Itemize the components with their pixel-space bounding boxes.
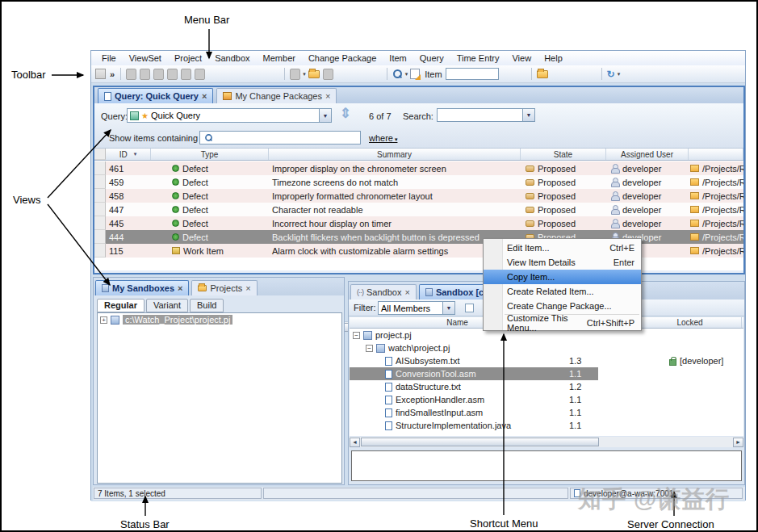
toolbar-overflow-chevron-icon[interactable] bbox=[110, 69, 115, 79]
column-type[interactable]: Type bbox=[151, 149, 269, 160]
menu-item-customize-this-menu[interactable]: Customize This Menu... Ctrl+Shift+P bbox=[484, 316, 641, 330]
table-row-115[interactable]: 115 Work Item Alarm clock with customiza… bbox=[94, 244, 743, 258]
tree-row-file-selected[interactable]: ConversionTool.asm 1.1 bbox=[350, 367, 743, 380]
member-action-icon-2[interactable] bbox=[323, 69, 333, 80]
menu-item-view-item-details[interactable]: View Item Details Enter bbox=[484, 255, 641, 270]
table-row-458[interactable]: 458 Defect Improperly formatted chronome… bbox=[94, 189, 743, 203]
chevron-down-icon[interactable] bbox=[618, 71, 621, 77]
subtab-regular[interactable]: Regular bbox=[97, 299, 144, 312]
tree-node: findSmallestInput.asm bbox=[350, 408, 483, 417]
scrollbar-thumb[interactable] bbox=[361, 438, 599, 446]
document-icon-2[interactable] bbox=[140, 69, 150, 80]
menu-change-package[interactable]: Change Package bbox=[303, 52, 382, 65]
column-assigned-user[interactable]: Assigned User bbox=[606, 149, 689, 160]
item-id-input[interactable] bbox=[446, 68, 499, 80]
subtab-variant[interactable]: Variant bbox=[146, 299, 188, 312]
tab-close-icon[interactable] bbox=[178, 283, 182, 293]
menu-item-create-change-package[interactable]: Create Change Package... bbox=[484, 299, 641, 313]
tree-row-file[interactable]: ExceptionHandler.asm 1.1 bbox=[350, 393, 743, 406]
column-project[interactable] bbox=[689, 149, 743, 160]
scroll-right-icon[interactable] bbox=[733, 438, 743, 447]
open-project-icon[interactable] bbox=[308, 70, 320, 78]
member-action-icon[interactable] bbox=[290, 69, 300, 80]
edit-item-icon[interactable] bbox=[410, 69, 420, 79]
query-combobox[interactable]: Quick Query bbox=[127, 108, 332, 123]
filter-checkbox[interactable] bbox=[465, 304, 474, 312]
collapse-icon[interactable]: − bbox=[366, 345, 373, 352]
subtab-build[interactable]: Build bbox=[190, 299, 224, 312]
resize-arrows-icon[interactable] bbox=[340, 105, 351, 122]
menu-view[interactable]: View bbox=[506, 52, 537, 65]
menu-member[interactable]: Member bbox=[258, 52, 301, 65]
chevron-down-icon[interactable] bbox=[303, 71, 306, 77]
tab-my-sandboxes[interactable]: My Sandboxes bbox=[95, 280, 189, 295]
column-state[interactable]: State bbox=[521, 149, 606, 160]
menu-help[interactable]: Help bbox=[538, 52, 568, 65]
scroll-left-icon[interactable] bbox=[350, 438, 360, 447]
collapse-icon[interactable]: − bbox=[353, 332, 360, 339]
tree-row-file[interactable]: AISubsystem.txt 1.3 [developer] bbox=[350, 354, 743, 367]
project-icon bbox=[376, 344, 385, 353]
document-icon-3[interactable] bbox=[153, 69, 164, 80]
tab-close-icon[interactable] bbox=[325, 91, 330, 101]
contains-input[interactable] bbox=[199, 131, 361, 145]
document-icon-6[interactable] bbox=[195, 69, 205, 80]
table-row-445[interactable]: 445 Defect Incorrect hour display on tim… bbox=[94, 216, 743, 230]
tree-row-file[interactable]: findSmallestInput.asm 1.1 bbox=[350, 406, 743, 419]
table-row-447[interactable]: 447 Defect Character not readable Propos… bbox=[94, 203, 743, 216]
dropdown-button[interactable] bbox=[319, 109, 331, 122]
menu-item-create-related-item[interactable]: Create Related Item... bbox=[484, 284, 641, 299]
menu-viewset[interactable]: ViewSet bbox=[124, 52, 167, 65]
tree-row-file[interactable]: StructureImplementation.java 1.1 bbox=[350, 419, 743, 432]
row-handle[interactable] bbox=[94, 244, 106, 258]
table-row-444-selected[interactable]: 444 Defect Backlight flickers when backl… bbox=[94, 230, 743, 244]
chevron-down-icon[interactable] bbox=[405, 71, 408, 77]
menu-item-copy-item[interactable]: Copy Item... bbox=[484, 270, 641, 284]
dropdown-button[interactable] bbox=[442, 302, 454, 314]
refresh-icon[interactable] bbox=[607, 69, 615, 80]
tab-close-icon[interactable] bbox=[202, 91, 207, 101]
detail-horizontal-scrollbar[interactable] bbox=[350, 437, 743, 447]
create-sandbox-icon[interactable] bbox=[537, 70, 548, 78]
row-handle[interactable] bbox=[94, 161, 106, 175]
row-handle[interactable] bbox=[94, 203, 106, 216]
tab-close-icon[interactable] bbox=[245, 283, 250, 293]
expand-icon[interactable]: + bbox=[100, 316, 107, 324]
user-label: developer bbox=[622, 219, 661, 228]
column-id[interactable]: ID bbox=[106, 149, 151, 160]
document-icon-5[interactable] bbox=[181, 69, 191, 80]
row-handle[interactable] bbox=[94, 189, 106, 203]
viewset-switcher-icon[interactable] bbox=[95, 69, 106, 79]
row-handle[interactable] bbox=[94, 216, 106, 230]
menu-time-entry[interactable]: Time Entry bbox=[451, 52, 505, 65]
column-locked[interactable]: Locked bbox=[639, 317, 742, 328]
column-summary[interactable]: Summary bbox=[269, 149, 521, 160]
search-combobox[interactable] bbox=[437, 108, 535, 122]
table-row-459[interactable]: 459 Defect Timezone screens do not match… bbox=[94, 175, 743, 189]
row-handle[interactable] bbox=[94, 230, 106, 244]
menu-item[interactable]: Item bbox=[383, 52, 412, 65]
query-toolbar: Query: Quick Query 6 of 7 Search: Show i… bbox=[94, 103, 743, 149]
row-handle[interactable] bbox=[94, 175, 106, 189]
tree-row-subproject[interactable]: −watch\project.pj bbox=[350, 341, 743, 354]
search-icon[interactable] bbox=[392, 69, 403, 79]
filter-combobox[interactable]: All Members bbox=[378, 301, 455, 315]
member-description-box[interactable] bbox=[351, 450, 742, 481]
sandbox-root-row[interactable]: + c:\Watch_Project\project.pj bbox=[98, 313, 341, 326]
menu-file[interactable]: File bbox=[96, 52, 122, 65]
tab-my-change-packages[interactable]: My Change Packages bbox=[216, 88, 337, 103]
where-link[interactable]: where bbox=[369, 133, 397, 143]
tab-query-quick-query[interactable]: Query: Quick Query bbox=[98, 88, 213, 103]
table-row-461[interactable]: 461 Defect Improper display on the chron… bbox=[94, 161, 743, 175]
menu-project[interactable]: Project bbox=[169, 52, 207, 65]
tab-close-icon[interactable] bbox=[404, 287, 409, 297]
menu-item-edit-item[interactable]: Edit Item... Ctrl+E bbox=[484, 241, 641, 255]
menu-query[interactable]: Query bbox=[414, 52, 450, 65]
tab-projects[interactable]: Projects bbox=[191, 280, 257, 295]
document-icon-1[interactable] bbox=[126, 69, 136, 80]
dropdown-button[interactable] bbox=[522, 109, 534, 121]
document-icon-4[interactable] bbox=[167, 69, 178, 80]
tree-row-file[interactable]: dataStructure.txt 1.2 bbox=[350, 380, 743, 393]
menu-sandbox[interactable]: Sandbox bbox=[209, 52, 255, 65]
tab-shared-sandbox[interactable]: Sandbox bbox=[350, 284, 417, 300]
